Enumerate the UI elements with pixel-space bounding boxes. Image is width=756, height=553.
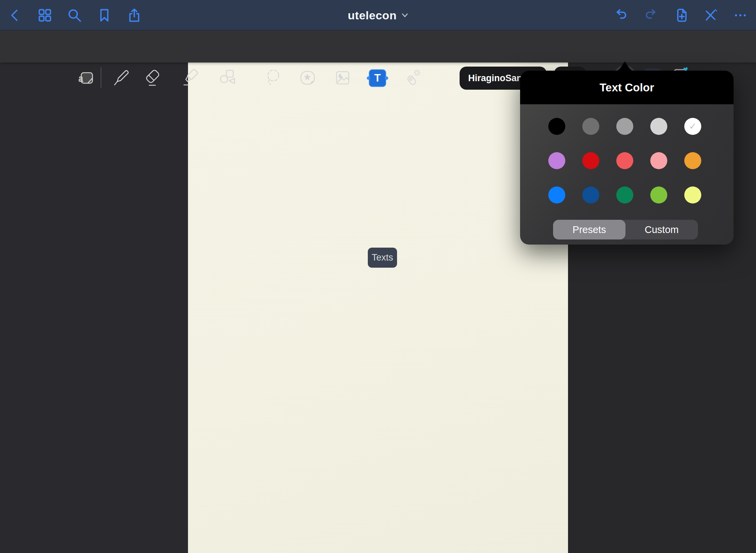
search-icon[interactable]	[67, 8, 82, 23]
back-icon[interactable]	[7, 8, 22, 23]
swatch-white[interactable]: ✓	[684, 118, 701, 135]
text-tool-label: T	[374, 72, 381, 84]
text-color-popover: Text Color ✓ Presets Custom	[520, 71, 734, 245]
svg-text:a: a	[79, 72, 83, 84]
app-window: utelecon	[0, 0, 756, 553]
thumbnails-grid-icon[interactable]	[37, 8, 52, 23]
swatch-red[interactable]	[582, 152, 599, 169]
note-page[interactable]	[188, 63, 568, 553]
check-icon: ✓	[689, 122, 697, 131]
swatch-gray[interactable]	[616, 118, 633, 135]
undo-icon[interactable]	[614, 8, 629, 23]
eraser-tool-icon[interactable]	[143, 68, 162, 87]
highlighter-tool-icon[interactable]	[181, 68, 200, 87]
canvas-text-object[interactable]: Texts	[368, 248, 397, 268]
text-tool-button-active[interactable]: T	[369, 69, 386, 87]
add-page-icon[interactable]	[674, 8, 689, 23]
swatch-orchid[interactable]	[548, 152, 565, 169]
tab-presets[interactable]: Presets	[553, 220, 625, 239]
swatch-orange[interactable]	[684, 152, 701, 169]
popover-title: Text Color	[600, 81, 654, 94]
popover-arrow	[616, 61, 634, 71]
swatch-blue[interactable]	[548, 186, 565, 203]
swatch-coral[interactable]	[616, 152, 633, 169]
pen-tool-icon[interactable]	[111, 68, 131, 87]
tool-bar: a	[0, 31, 756, 63]
popover-header: Text Color	[520, 71, 734, 104]
swatch-black[interactable]	[548, 118, 565, 135]
shapes-tool-icon[interactable]	[218, 68, 237, 87]
redo-icon[interactable]	[643, 8, 658, 23]
document-mode-icon[interactable]: a	[76, 68, 95, 87]
swatch-pink[interactable]	[650, 152, 667, 169]
tab-custom[interactable]: Custom	[625, 220, 698, 239]
more-icon[interactable]	[733, 8, 748, 23]
selection-handle-right	[385, 76, 388, 80]
bookmark-icon[interactable]	[97, 8, 112, 23]
swatch-dark-gray[interactable]	[582, 118, 599, 135]
share-icon[interactable]	[127, 8, 142, 23]
page-title: utelecon	[348, 9, 397, 22]
swatch-grid: ✓	[548, 118, 701, 203]
document-title-button[interactable]: utelecon	[348, 0, 408, 31]
top-navigation-bar: utelecon	[0, 0, 756, 31]
canvas-background-left	[0, 63, 188, 553]
swatch-dark-blue[interactable]	[582, 186, 599, 203]
sticker-tool-icon[interactable]	[298, 68, 317, 87]
swatch-light-gray[interactable]	[650, 118, 667, 135]
laser-pointer-tool-icon[interactable]	[403, 68, 422, 87]
chevron-down-icon	[401, 13, 408, 18]
toolbar-divider	[101, 67, 101, 88]
stylus-cross-icon[interactable]	[703, 8, 718, 23]
image-tool-icon[interactable]	[333, 68, 352, 87]
swatch-light-green[interactable]	[650, 186, 667, 203]
canvas-text-label: Texts	[372, 252, 393, 263]
lasso-tool-icon[interactable]	[264, 68, 283, 87]
presets-custom-segmented-control: Presets Custom	[553, 220, 698, 239]
swatch-green[interactable]	[616, 186, 633, 203]
selection-handle-left	[367, 76, 370, 80]
swatch-yellow[interactable]	[684, 186, 701, 203]
